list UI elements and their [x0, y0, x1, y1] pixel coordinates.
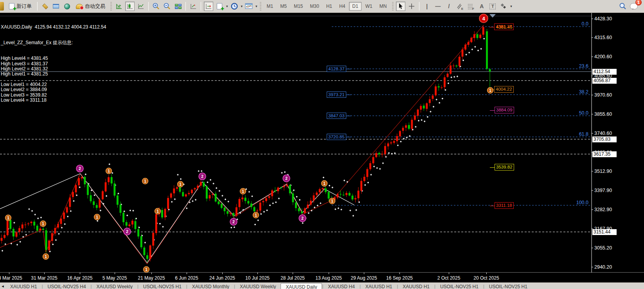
trendline-tool-icon[interactable]: / — [444, 2, 453, 11]
notifications-button[interactable]: 1 — [629, 2, 639, 11]
bar-chart-icon[interactable] — [114, 2, 124, 11]
auto-trading-button[interactable]: 自动交易 — [73, 1, 108, 11]
market-watch-icon[interactable] — [40, 2, 50, 11]
template-dropdown[interactable]: ▾ — [255, 4, 257, 8]
chart-tab-7[interactable]: XAUUSD H4 — [323, 283, 360, 289]
tile-windows-icon[interactable] — [173, 2, 183, 11]
price-tick-label: 3855.60 — [594, 111, 612, 117]
semafor-1-marker: 1 — [178, 181, 183, 187]
svg-text:1: 1 — [242, 189, 244, 194]
tab-scroll-left-icon[interactable]: ◄ — [0, 283, 5, 289]
chart-tab-8[interactable]: XAUUSD H1 — [361, 283, 397, 289]
shapes-tool-icon[interactable] — [499, 2, 508, 11]
timeframe-button-m30[interactable]: M30 — [307, 2, 322, 11]
fib-percent-label: 100.0 — [576, 200, 588, 205]
new-order-label: 新订单 — [16, 3, 32, 10]
date-label: 16 Apr 2025 — [67, 275, 93, 281]
semafor-2-marker: 2 — [124, 228, 131, 235]
date-tick — [115, 273, 115, 274]
date-axis[interactable]: 13 Mar 202531 Mar 202516 Apr 20255 May 2… — [0, 273, 644, 282]
semafor-2-marker: 2 — [299, 215, 306, 222]
date-tick — [329, 273, 329, 274]
fib-percent-label: 61.8 — [579, 131, 588, 137]
vertical-line-tool-icon[interactable]: | — [422, 2, 432, 11]
timeframe-button-mn[interactable]: MN — [376, 2, 390, 11]
date-tick — [44, 273, 45, 274]
timeframe-button-d1[interactable]: D1 — [349, 2, 361, 11]
chart-tab-1[interactable]: USOIL-NOV25 H4 — [43, 283, 91, 289]
candlestick-chart-icon[interactable] — [125, 2, 135, 11]
text-tool-icon[interactable]: A — [477, 2, 486, 11]
new-chart-button[interactable] — [215, 2, 224, 11]
new-chart-dropdown[interactable]: ▾ — [226, 4, 228, 8]
chart-tab-6[interactable]: XAUUSD Daily — [281, 283, 322, 289]
date-label: 16 Sep 2025 — [386, 275, 413, 281]
svg-text:2: 2 — [301, 216, 304, 221]
timeframe-button-h1[interactable]: H1 — [323, 2, 335, 11]
chart-tab-9[interactable]: XAUUSD H1 — [398, 283, 434, 289]
date-tick — [364, 273, 364, 274]
text-label-tool-icon[interactable]: T — [488, 2, 497, 11]
chart-tab-4[interactable]: XAUUSD Monthly — [187, 283, 234, 289]
chart-tab-2[interactable]: XAUUSD Weekly — [92, 283, 137, 289]
chart-tab-11[interactable]: USOIL-NOV25 H1 — [484, 283, 532, 289]
semafor-1-marker: 1 — [40, 221, 46, 227]
svg-text:2: 2 — [126, 230, 128, 234]
template-button[interactable] — [244, 2, 254, 11]
fibonacci-tool-icon[interactable]: F — [466, 2, 475, 11]
timeframe-button-h4[interactable]: H4 — [336, 2, 348, 11]
date-label: 5 May 2025 — [103, 275, 127, 281]
date-tick — [257, 273, 258, 274]
price-tick-label: 3055.20 — [594, 245, 612, 251]
indicator-level-line: Low Level4 = 3311.18 — [1, 98, 106, 103]
data-window-icon[interactable] — [51, 2, 61, 11]
level-tag-3311.18: 3311.18 — [495, 202, 514, 209]
semafor-4-marker: 4 — [479, 14, 488, 23]
shapes-dropdown[interactable]: ▾ — [510, 4, 512, 8]
fib-price-box: 4128.37 — [327, 66, 346, 72]
date-tick — [486, 273, 487, 274]
svg-text:2: 2 — [285, 176, 288, 181]
svg-text:1: 1 — [108, 169, 110, 173]
timeframe-button-m5[interactable]: M5 — [277, 2, 290, 11]
semafor-2-marker: 2 — [199, 173, 206, 180]
periods-button[interactable] — [230, 2, 239, 11]
chart-tab-5[interactable]: XAUUSD Weekly — [235, 283, 281, 289]
price-tick-label: 4428.30 — [594, 16, 612, 22]
separator — [185, 2, 186, 11]
semafor-1-marker: 1 — [155, 208, 161, 214]
timeframe-button-m15[interactable]: M15 — [291, 2, 306, 11]
semafor-1-marker: 1 — [144, 267, 149, 273]
semafor-2-marker: 2 — [76, 165, 83, 172]
toolbar: 新订单 自动交易 — [0, 0, 644, 13]
crosshair-tool-icon[interactable] — [407, 2, 416, 11]
new-order-button[interactable]: 新订单 — [6, 1, 34, 11]
chart-shift-icon[interactable] — [189, 2, 198, 11]
chart-tab-10[interactable]: USOIL-NOV25 H1 — [435, 283, 483, 289]
timeframe-button-m1[interactable]: M1 — [264, 2, 277, 11]
svg-text:2: 2 — [79, 167, 81, 171]
periods-dropdown[interactable]: ▾ — [241, 4, 243, 8]
auto-scroll-icon[interactable] — [204, 2, 213, 11]
line-chart-icon[interactable] — [136, 2, 146, 11]
fib-percent-label: 0.0 — [582, 21, 588, 27]
semafor-1-marker: 1 — [240, 188, 246, 194]
timeframe-button-w1[interactable]: W1 — [362, 2, 376, 11]
chart-tab-3[interactable]: USOIL-NOV25 H1 — [139, 283, 186, 289]
zoom-out-icon[interactable] — [162, 2, 172, 11]
price-marker-box: 3151.44 — [592, 229, 617, 235]
fib-price-box: 3720.85 — [327, 134, 346, 140]
cursor-tool-icon[interactable] — [396, 2, 405, 11]
horizontal-line-tool-icon[interactable]: — — [433, 2, 443, 11]
date-label: 13 Mar 2025 — [0, 275, 22, 281]
zoom-in-icon[interactable] — [151, 2, 161, 11]
date-label: 31 Mar 2025 — [31, 275, 57, 281]
price-tick-label: 4200.60 — [594, 54, 612, 59]
fib-price-box: 3973.21 — [327, 92, 346, 98]
search-icon[interactable] — [618, 2, 628, 11]
semafor-1-marker: 1 — [94, 214, 100, 220]
chart-tab-0[interactable]: XAUUSD H1 — [5, 283, 42, 289]
channel-tool-icon[interactable]: E — [455, 2, 464, 11]
navigator-icon[interactable] — [62, 2, 72, 11]
chart-area[interactable]: 0.023.638.250.061.8100.01111111111111122… — [0, 13, 644, 273]
